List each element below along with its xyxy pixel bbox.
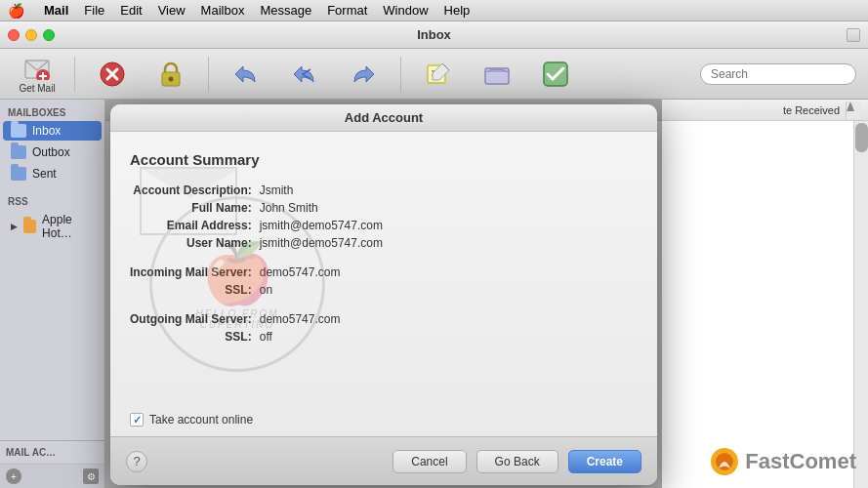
fastcomet-logo-icon [710, 447, 739, 476]
add-account-dialog: Add Account 🍎 HELLO FROM CUPERTINO [110, 104, 657, 485]
create-button[interactable]: Create [568, 450, 641, 473]
menu-help[interactable]: Help [444, 3, 471, 18]
maximize-button[interactable] [43, 29, 55, 41]
date-received-header: te Received [783, 104, 840, 116]
svg-marker-15 [847, 102, 854, 111]
stop-icon [97, 61, 128, 88]
sidebar: MAILBOXES Inbox Outbox Sent RSS ▶ Apple … [0, 100, 105, 488]
settings-button[interactable]: ⚙ [83, 468, 99, 484]
rss-item-label: Apple Hot… [42, 213, 94, 240]
outbox-label: Outbox [32, 145, 70, 159]
rss-label: RSS [0, 192, 104, 209]
stop-button[interactable] [87, 53, 138, 96]
dialog-title: Add Account [345, 110, 423, 125]
header-scrollbar[interactable] [846, 102, 860, 119]
close-button[interactable] [8, 29, 20, 41]
resize-button[interactable] [847, 28, 860, 42]
minimize-button[interactable] [25, 29, 37, 41]
search-input[interactable] [700, 63, 856, 85]
main-window: Inbox Get Mail [0, 21, 868, 488]
sidebar-item-outbox[interactable]: Outbox [3, 142, 102, 162]
reply-icon [230, 61, 262, 88]
dialog-watermark: 🍎 HELLO FROM CUPERTINO [110, 132, 364, 436]
lock-button[interactable] [145, 53, 196, 96]
rss-triangle-icon: ▶ [11, 222, 18, 231]
apple-menu[interactable]: 🍎 [8, 3, 24, 19]
svg-point-8 [169, 76, 174, 81]
inbox-label: Inbox [32, 124, 61, 138]
compose-button[interactable] [413, 53, 464, 96]
watermark-text-bottom: CUPERTINO [200, 319, 275, 330]
rss-folder-icon [23, 220, 36, 233]
outbox-folder-icon [11, 145, 26, 159]
reply-all-button[interactable] [279, 53, 330, 96]
toolbar-sep-3 [400, 57, 401, 92]
dialog-body: 🍎 HELLO FROM CUPERTINO Account Summary A… [110, 132, 657, 436]
get-mail-button[interactable]: Get Mail [12, 53, 62, 96]
menu-edit[interactable]: Edit [120, 3, 142, 18]
menu-view[interactable]: View [158, 3, 186, 18]
menu-message[interactable]: Message [260, 3, 311, 18]
forward-button[interactable] [338, 53, 389, 96]
window-title: Inbox [417, 27, 451, 42]
add-button[interactable]: + [6, 468, 21, 484]
inbox-folder-icon [11, 124, 26, 138]
get-mail-label: Get Mail [19, 83, 55, 94]
window-controls [8, 29, 55, 41]
reply-button[interactable] [221, 53, 271, 96]
toolbar-sep-2 [208, 57, 209, 92]
cancel-button[interactable]: Cancel [393, 450, 466, 473]
go-back-button[interactable]: Go Back [476, 450, 558, 473]
scrollbar[interactable] [853, 121, 868, 488]
sidebar-footer: + ⚙ [0, 464, 104, 488]
menu-file[interactable]: File [84, 3, 104, 18]
done-icon [540, 61, 571, 88]
toolbar: Get Mail [0, 49, 868, 100]
move-icon [481, 61, 513, 88]
menu-mailbox[interactable]: Mailbox [201, 3, 245, 18]
compose-icon [423, 61, 454, 88]
sent-folder-icon [11, 167, 26, 181]
fastcomet-text: FastComet [745, 449, 856, 474]
menu-mail[interactable]: Mail [44, 3, 68, 18]
apple-watermark-icon: 🍎 [201, 239, 274, 308]
sidebar-item-inbox[interactable]: Inbox [3, 121, 102, 141]
reply-all-icon [289, 61, 320, 88]
fastcomet-badge: FastComet [710, 447, 856, 476]
watermark-text-top: HELLO FROM [195, 308, 278, 319]
menu-bar: 🍎 Mail File Edit View Mailbox Message Fo… [0, 0, 868, 21]
watermark-circle: 🍎 HELLO FROM CUPERTINO [149, 196, 325, 372]
toolbar-sep-1 [74, 57, 75, 92]
menu-window[interactable]: Window [383, 3, 428, 18]
dialog-overlay: Add Account 🍎 HELLO FROM CUPERTINO [105, 100, 662, 488]
watermark-inner: 🍎 HELLO FROM CUPERTINO [130, 167, 345, 401]
footer-buttons: Cancel Go Back Create [393, 450, 641, 473]
mailboxes-label: MAILBOXES [0, 103, 104, 120]
sent-label: Sent [32, 167, 57, 181]
menu-format[interactable]: Format [327, 3, 367, 18]
get-mail-icon [21, 55, 53, 82]
forward-icon [348, 61, 379, 88]
scrollbar-thumb[interactable] [855, 123, 868, 152]
mail-act-label: MAIL AC… [0, 440, 104, 464]
dialog-footer: ? Cancel Go Back Create [110, 436, 657, 485]
title-bar: Inbox [0, 21, 868, 49]
sidebar-item-sent[interactable]: Sent [3, 164, 102, 183]
lock-icon [155, 61, 186, 88]
sidebar-item-rss[interactable]: ▶ Apple Hot… [3, 210, 102, 243]
search-box [700, 63, 856, 85]
move-button[interactable] [472, 53, 522, 96]
dialog-title-bar: Add Account [110, 104, 657, 132]
help-button[interactable]: ? [126, 451, 147, 472]
done-button[interactable] [530, 53, 581, 96]
